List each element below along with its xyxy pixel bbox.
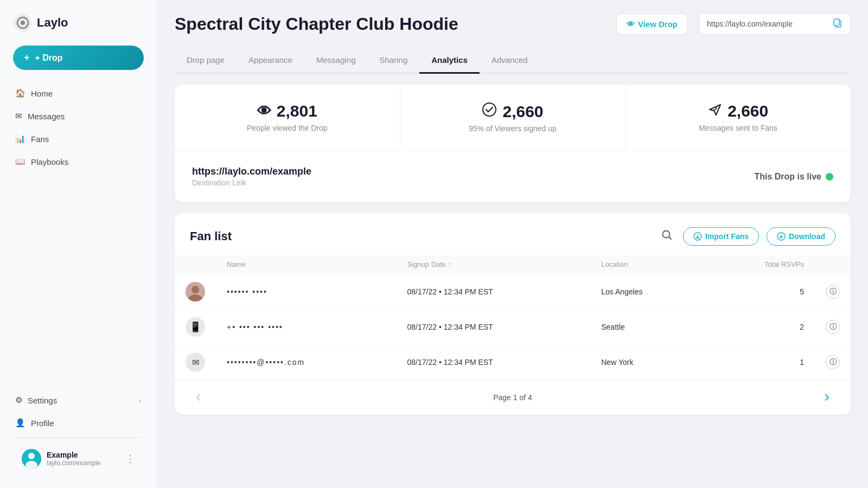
- profile-label: Profile: [31, 419, 54, 428]
- sidebar-item-messages[interactable]: ✉ Messages: [7, 106, 150, 126]
- table-header-actions: [815, 255, 851, 274]
- profile-icon: 👤: [15, 418, 25, 428]
- playbooks-icon: 📖: [15, 157, 25, 166]
- workspace-avatar: [22, 449, 41, 468]
- phone-icon: 📱: [189, 321, 201, 333]
- drop-button-label: + Drop: [34, 53, 63, 63]
- sidebar: Laylo + + Drop 🏠 Home ✉ Messages 📊 Fans …: [0, 0, 157, 488]
- row-info-button[interactable]: ⓘ: [826, 355, 840, 369]
- fan-list-card: Fan list Import Fans Download: [175, 213, 851, 415]
- table-header-signup-date[interactable]: Signup Date ↑: [397, 255, 591, 274]
- sidebar-item-home[interactable]: 🏠 Home: [7, 83, 150, 104]
- main-content: Spectral City Chapter Club Hoodie 👁 View…: [157, 0, 868, 488]
- tab-analytics[interactable]: Analytics: [419, 48, 480, 74]
- fan-avatar: ✉: [186, 352, 205, 372]
- row-name-cell: •••••• ••••: [216, 274, 397, 310]
- table-header-name: Name: [216, 255, 397, 274]
- row-signup-date-cell: 08/17/22 • 12:34 PM EST: [397, 310, 591, 345]
- row-signup-date-cell: 08/17/22 • 12:34 PM EST: [397, 345, 591, 380]
- tabs: Drop page Appearance Messaging Sharing A…: [175, 48, 851, 74]
- send-stat-icon: [708, 102, 722, 120]
- fan-avatar: [186, 282, 205, 301]
- live-text: This Drop is live: [754, 172, 821, 182]
- settings-icon: ⚙: [15, 395, 22, 405]
- sidebar-item-playbooks[interactable]: 📖 Playbooks: [7, 151, 150, 172]
- tab-drop-page[interactable]: Drop page: [175, 48, 237, 74]
- tab-appearance[interactable]: Appearance: [237, 48, 304, 74]
- eye-stat-icon: 👁: [257, 103, 271, 120]
- info-icon: ⓘ: [829, 357, 837, 367]
- signups-value: 2,660: [502, 102, 543, 121]
- destination-label: Destination Link: [192, 178, 311, 187]
- sidebar-item-label: Playbooks: [31, 157, 68, 166]
- workspace-menu-icon[interactable]: ⋮: [125, 453, 135, 465]
- download-button[interactable]: Download: [767, 227, 835, 246]
- top-bar: Spectral City Chapter Club Hoodie 👁 View…: [175, 13, 851, 35]
- workspace-bar[interactable]: Example laylo.com/example ⋮: [13, 442, 144, 475]
- row-signup-date-cell: 08/17/22 • 12:34 PM EST: [397, 274, 591, 310]
- views-value: 2,801: [277, 102, 317, 120]
- logo-text: Laylo: [37, 16, 68, 30]
- row-info-button[interactable]: ⓘ: [826, 285, 840, 299]
- tab-sharing[interactable]: Sharing: [368, 48, 420, 74]
- tab-advanced[interactable]: Advanced: [480, 48, 540, 74]
- row-rsvps-cell: 2: [704, 310, 815, 345]
- view-drop-button[interactable]: 👁 View Drop: [616, 14, 688, 35]
- fan-list-title: Fan list: [190, 229, 650, 243]
- settings-label: Settings: [28, 396, 57, 405]
- destination-section: https://laylo.com/example Destination Li…: [175, 151, 851, 202]
- row-avatar-cell: 📱: [175, 310, 216, 345]
- next-page-button[interactable]: [818, 389, 835, 406]
- row-info-button[interactable]: ⓘ: [826, 320, 840, 334]
- table-header-location: Location: [590, 255, 704, 274]
- import-fans-button[interactable]: Import Fans: [683, 227, 759, 246]
- email-icon: ✉: [192, 357, 199, 368]
- chevron-right-icon: ›: [139, 396, 142, 405]
- download-label: Download: [789, 232, 825, 241]
- messages-value: 2,660: [727, 102, 768, 120]
- logo: Laylo: [0, 13, 157, 46]
- copy-icon[interactable]: [833, 18, 843, 30]
- tab-messaging[interactable]: Messaging: [304, 48, 368, 74]
- row-info-cell: ⓘ: [815, 310, 851, 345]
- row-rsvps-cell: 5: [704, 274, 815, 310]
- sidebar-divider: [15, 438, 142, 438]
- row-name-cell: +• ••• ••• ••••: [216, 310, 397, 345]
- drop-button-icon: +: [24, 52, 30, 63]
- workspace-info: Example laylo.com/example: [47, 451, 120, 467]
- sidebar-item-profile[interactable]: 👤 Profile: [7, 413, 150, 433]
- url-display: https://laylo.com/example: [707, 20, 827, 28]
- svg-point-4: [28, 453, 35, 459]
- row-info-cell: ⓘ: [815, 274, 851, 310]
- live-badge: This Drop is live: [754, 172, 833, 182]
- row-info-cell: ⓘ: [815, 345, 851, 380]
- workspace-name: Example: [47, 451, 120, 459]
- sidebar-item-settings[interactable]: ⚙ Settings ›: [7, 390, 150, 410]
- prev-page-button[interactable]: [190, 389, 207, 406]
- row-avatar-cell: [175, 274, 216, 310]
- workspace-avatar-icon: [22, 449, 41, 468]
- fans-icon: 📊: [15, 134, 25, 144]
- view-drop-label: View Drop: [638, 20, 678, 29]
- pagination: Page 1 of 4: [175, 380, 851, 415]
- analytics-card: 👁 2,801 People viewed the Drop 2,660: [175, 85, 851, 202]
- row-name-cell: ••••••••@•••••.com: [216, 345, 397, 380]
- drop-button[interactable]: + + Drop: [13, 46, 144, 70]
- sidebar-item-fans[interactable]: 📊 Fans: [7, 129, 150, 149]
- row-location-cell: Los Angeles: [590, 274, 704, 310]
- table-row: 📱 +• ••• ••• •••• 08/17/22 • 12:34 PM ES…: [175, 310, 851, 345]
- fan-avatar: 📱: [186, 317, 205, 337]
- row-location-cell: New York: [590, 345, 704, 380]
- fan-list-search-button[interactable]: [658, 226, 675, 246]
- table-header-rsvps: Total RSVPs: [704, 255, 815, 274]
- row-rsvps-cell: 1: [704, 345, 815, 380]
- sidebar-item-label: Fans: [31, 134, 49, 144]
- sidebar-bottom: ⚙ Settings › 👤 Profile Example layl: [0, 390, 157, 475]
- stat-signups: 2,660 95% of Viewers signed up: [400, 85, 626, 150]
- stat-messages: 2,660 Messages sent to Fans: [626, 85, 851, 150]
- home-icon: 🏠: [15, 88, 25, 98]
- stats-row: 👁 2,801 People viewed the Drop 2,660: [175, 85, 851, 151]
- workspace-url: laylo.com/example: [47, 459, 120, 467]
- signups-label: 95% of Viewers signed up: [413, 124, 612, 133]
- fan-list-header: Fan list Import Fans Download: [175, 213, 851, 255]
